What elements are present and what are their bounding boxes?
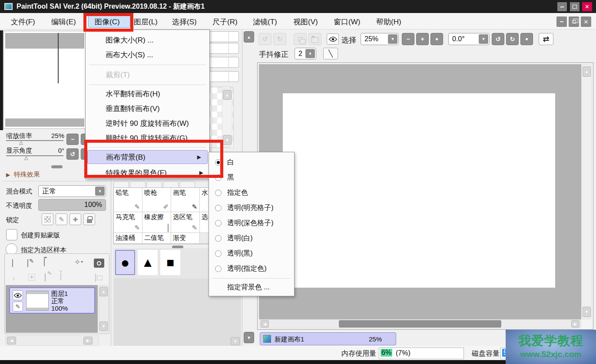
tool-tab-4[interactable] bbox=[163, 181, 179, 187]
zoom-slider[interactable] bbox=[6, 140, 63, 141]
chevron-down-icon[interactable]: ▼ bbox=[95, 187, 105, 196]
menu-image[interactable]: 图像(C) bbox=[95, 17, 120, 27]
canvas-vscrollbar[interactable]: ▲ ▼ bbox=[581, 64, 592, 319]
submenu-item-set-background-color[interactable]: 指定背景色 ... bbox=[209, 280, 294, 295]
tool-tab-5[interactable] bbox=[179, 181, 195, 187]
zoom-slider-marker[interactable]: △ bbox=[19, 140, 23, 145]
chevron-down-icon[interactable]: ▼ bbox=[305, 49, 315, 58]
minimize-button[interactable]: – bbox=[557, 2, 567, 11]
view-zoom-in-button[interactable]: + bbox=[416, 33, 429, 45]
menu-item-image-size[interactable]: 图像大小(R) ... bbox=[86, 33, 209, 47]
scroll-up-button[interactable]: ▲ bbox=[99, 287, 108, 296]
navigator-preview[interactable] bbox=[3, 31, 86, 129]
canvas-document[interactable] bbox=[283, 93, 555, 288]
new-sketch-layer-button[interactable]: ✎ bbox=[27, 259, 28, 267]
mask-mode-button[interactable] bbox=[94, 259, 104, 268]
scroll-down-button[interactable]: ▼ bbox=[231, 337, 240, 345]
submenu-item-transparent-custom[interactable]: 透明(指定色) bbox=[209, 261, 294, 276]
menu-item-rotate-cw-90[interactable]: 顺时针 90 度旋转画布(G) bbox=[86, 131, 209, 145]
new-layer-button[interactable] bbox=[12, 259, 13, 267]
scroll-up-button[interactable]: ▲ bbox=[583, 66, 591, 77]
effects-expander-icon[interactable]: ▶ bbox=[6, 172, 10, 178]
lock-all-button[interactable] bbox=[83, 213, 95, 225]
view-zoom-reset-button[interactable]: ■ bbox=[430, 33, 443, 45]
selection-crop-button[interactable] bbox=[308, 33, 321, 45]
tool-tab-2[interactable] bbox=[130, 181, 146, 187]
submenu-item-white[interactable]: 白 bbox=[209, 155, 294, 170]
angle-slider[interactable] bbox=[6, 155, 63, 156]
menu-item-trim[interactable]: 裁剪(T) bbox=[86, 67, 209, 82]
rotate-ccw-button[interactable]: ↺ bbox=[492, 33, 504, 45]
menu-item-canvas-size[interactable]: 画布大小(S) ... bbox=[86, 47, 209, 62]
panel-restore-button[interactable] bbox=[569, 16, 579, 27]
maximize-button[interactable] bbox=[570, 2, 579, 11]
view-zoom-out-button[interactable]: − bbox=[402, 33, 414, 45]
canvas-zoom-select[interactable]: 25% ▼ bbox=[361, 33, 399, 45]
hscroll-thumb[interactable] bbox=[339, 320, 501, 328]
submenu-item-black[interactable]: 黑 bbox=[209, 170, 294, 185]
scroll-down-button[interactable]: ▼ bbox=[223, 135, 232, 145]
menu-item-rotate-ccw-90[interactable]: 逆时针 90 度旋转画布(W) bbox=[86, 116, 209, 131]
redo-button[interactable]: ↻ bbox=[273, 33, 286, 45]
menu-filter[interactable]: 滤镜(T) bbox=[253, 17, 277, 27]
scroll-down-button[interactable]: ▼ bbox=[583, 307, 591, 317]
panel-strip-scroll-up[interactable]: ▲ bbox=[244, 31, 254, 43]
scroll-left-button[interactable]: ◀ bbox=[261, 320, 269, 328]
clear-layer-button[interactable]: ✎ bbox=[45, 274, 46, 282]
effects-label[interactable]: 特殊效果 bbox=[14, 171, 40, 179]
tool-binary-pen[interactable]: 二值笔 bbox=[142, 233, 171, 244]
brush-shape-circle[interactable]: ● bbox=[115, 250, 135, 275]
panel-close-button[interactable]: ✕ bbox=[581, 16, 591, 27]
rotate-cw-button[interactable]: ↻ bbox=[506, 33, 519, 45]
canvas-viewport[interactable] bbox=[259, 64, 581, 319]
undo-button[interactable]: ↺ bbox=[258, 33, 272, 45]
zoom-out-button[interactable]: − bbox=[66, 134, 79, 145]
layer-panel-hscrollbar[interactable]: ◀ ▶ bbox=[5, 335, 99, 346]
transform-button[interactable]: ✧▼ bbox=[74, 258, 83, 267]
tool-marker[interactable]: 马克笔✎ bbox=[114, 212, 142, 233]
panel-drag-handle[interactable] bbox=[51, 165, 63, 168]
clipping-mask-checkbox[interactable] bbox=[6, 229, 17, 240]
tool-gradient[interactable]: 渐变 bbox=[171, 233, 200, 244]
tool-bucket[interactable]: 油漆桶 bbox=[114, 233, 142, 244]
stabilizer-select[interactable]: 2 ▼ bbox=[295, 48, 316, 59]
close-button[interactable]: ✕ bbox=[582, 2, 592, 11]
lock-paint-button[interactable]: ✎ bbox=[56, 213, 67, 225]
menu-layer[interactable]: 图层(L) bbox=[134, 17, 158, 27]
menu-window[interactable]: 窗口(W) bbox=[334, 17, 360, 27]
submenu-item-transparent-white[interactable]: 透明(白) bbox=[209, 231, 294, 246]
menu-help[interactable]: 帮助(H) bbox=[376, 17, 401, 27]
swatch-scrollbar[interactable]: ▲ ▼ bbox=[222, 88, 232, 147]
layer-visibility-toggle[interactable] bbox=[13, 290, 23, 300]
angle-reset-button[interactable]: ↺ bbox=[66, 148, 79, 160]
menu-edit[interactable]: 编辑(E) bbox=[51, 17, 76, 27]
brush-shape-square[interactable]: ■ bbox=[160, 250, 180, 275]
layer-list-scrollbar[interactable]: ▲ ▼ bbox=[99, 285, 109, 333]
menu-item-canvas-background[interactable]: 画布背景(B) ▶ bbox=[87, 150, 208, 164]
scroll-up-button[interactable]: ▲ bbox=[223, 90, 232, 100]
submenu-item-custom-color[interactable]: 指定色 bbox=[209, 185, 294, 200]
submenu-item-transparent-light-checker[interactable]: 透明(明亮格子) bbox=[209, 200, 294, 216]
merge-add-button[interactable]: + bbox=[28, 274, 35, 281]
layer-paint-toggle[interactable]: ✎ bbox=[13, 302, 23, 312]
menu-item-flip-horizontal[interactable]: 水平翻转画布(H) bbox=[86, 86, 209, 101]
tool-brush[interactable]: 画笔✎ bbox=[171, 188, 200, 212]
brush-shape-triangle[interactable]: ▲ bbox=[138, 250, 158, 275]
canvas-hscrollbar[interactable]: ◀ ▶ bbox=[259, 319, 581, 328]
transfer-down-button[interactable]: ↓ bbox=[12, 274, 16, 281]
tool-tab-3[interactable] bbox=[146, 181, 162, 187]
chevron-down-icon[interactable]: ▼ bbox=[479, 34, 488, 44]
menu-item-effects-color[interactable]: 特殊效果的显色(F) ▶ bbox=[86, 166, 209, 180]
stroke-style-button[interactable]: ╲ bbox=[323, 48, 338, 59]
opacity-slider[interactable]: 100% bbox=[38, 199, 106, 211]
tool-airbrush[interactable]: 喷枪✐ bbox=[142, 188, 171, 212]
document-tab[interactable]: 新建画布1 25% bbox=[260, 332, 396, 345]
rotate-reset-button[interactable]: ■ bbox=[520, 33, 533, 45]
panel-minimize-button[interactable]: – bbox=[556, 16, 567, 27]
panel-strip-scroll-down[interactable]: ▼ bbox=[244, 332, 254, 343]
duplicate-layer-button[interactable] bbox=[95, 274, 96, 282]
angle-slider-marker[interactable]: △ bbox=[24, 155, 28, 161]
scroll-down-button[interactable]: ▼ bbox=[99, 321, 108, 331]
canvas-angle-select[interactable]: 0.0° ▼ bbox=[448, 33, 490, 45]
tool-selection-pen[interactable]: 选区笔✎ bbox=[171, 212, 200, 233]
